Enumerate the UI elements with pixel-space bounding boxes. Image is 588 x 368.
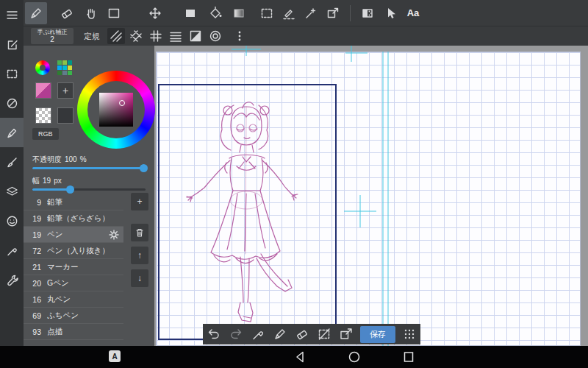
- nav-home-button[interactable]: [347, 350, 362, 364]
- sidebar-select-button[interactable]: [0, 59, 24, 88]
- opacity-slider-thumb[interactable]: [140, 164, 148, 172]
- layers-icon: [6, 185, 18, 198]
- stabilizer-button[interactable]: 手ぶれ補正 2: [31, 28, 74, 44]
- current-color-swatch[interactable]: [35, 82, 51, 99]
- fill-rect-tool-button[interactable]: [179, 2, 201, 24]
- transform-tool-button[interactable]: [144, 2, 166, 24]
- ruler-circle-button[interactable]: [207, 28, 224, 44]
- transparent-color-swatch[interactable]: [35, 107, 51, 124]
- eraser-icon: [295, 327, 309, 342]
- secondary-color-swatch[interactable]: [57, 107, 74, 124]
- opacity-unit: %: [80, 155, 87, 163]
- ruler-parallel-button[interactable]: [167, 28, 184, 44]
- brush-row[interactable]: 72ペン（入り抜き）: [24, 243, 123, 259]
- paintbrush-icon: [6, 156, 18, 169]
- share-out-icon: [339, 327, 354, 342]
- opacity-slider[interactable]: [32, 167, 146, 169]
- slash-circle-icon: [6, 97, 18, 110]
- sidebar-pen-button[interactable]: [0, 118, 24, 147]
- ruler-crosshatch-button[interactable]: [127, 28, 145, 44]
- hand-icon: [84, 6, 98, 21]
- left-sidebar: [0, 0, 24, 346]
- width-slider-thumb[interactable]: [66, 185, 74, 194]
- brush-row[interactable]: 9鉛筆: [24, 194, 123, 210]
- eraser-button[interactable]: [291, 324, 313, 344]
- frame-tool-button[interactable]: [103, 2, 125, 24]
- canvas-area[interactable]: 保存: [154, 46, 588, 346]
- text-tool-button[interactable]: Aa: [402, 2, 424, 24]
- select-export-tool-button[interactable]: [322, 2, 344, 24]
- saturation-value-square[interactable]: [99, 93, 133, 127]
- drawing-frame: [159, 85, 336, 339]
- delete-brush-button[interactable]: [131, 224, 148, 241]
- width-row: 幅 19 px: [32, 176, 62, 186]
- redo-button[interactable]: [225, 324, 247, 344]
- color-wheel-mode-icon[interactable]: [35, 60, 50, 75]
- nav-recents-button[interactable]: [401, 350, 416, 364]
- export-button[interactable]: [335, 324, 357, 344]
- palette-grid-icon[interactable]: [57, 60, 72, 75]
- frame-icon: [107, 6, 121, 21]
- grid-menu-button[interactable]: [398, 324, 420, 344]
- brush-row[interactable]: 21マーカー: [24, 259, 123, 275]
- move-brush-down-button[interactable]: ↓: [131, 269, 148, 287]
- color-picker-cursor: [119, 100, 125, 106]
- plus-icon: +: [137, 197, 142, 207]
- wrench-icon: [6, 274, 18, 286]
- eraser-tool-button[interactable]: [56, 2, 78, 24]
- nav-back-button[interactable]: [293, 350, 308, 364]
- kebab-menu-icon: [234, 30, 245, 42]
- sidebar-menu-button[interactable]: [0, 0, 24, 29]
- brush-width-value: 19: [43, 177, 51, 185]
- smiley-icon: [6, 215, 18, 227]
- gradient-tool-button[interactable]: [228, 2, 250, 24]
- move-brush-up-button[interactable]: ↑: [131, 247, 148, 264]
- brush-row-selected[interactable]: 19 ペン: [24, 227, 123, 243]
- undo-button[interactable]: [203, 324, 225, 344]
- brush-row[interactable]: 20Gペン: [24, 275, 123, 291]
- sidebar-eyedropper-button[interactable]: [0, 236, 24, 265]
- opacity-label: 不透明度: [32, 155, 62, 165]
- pen-button[interactable]: [269, 324, 291, 344]
- ruler-diagonal-button[interactable]: [107, 28, 125, 44]
- ruler-grid-button[interactable]: [147, 28, 165, 44]
- brush-row[interactable]: 69ふちペン: [24, 308, 123, 324]
- trash-icon: [135, 227, 145, 238]
- move-arrows-icon: [148, 6, 162, 21]
- cursor-tool-button[interactable]: [380, 2, 402, 24]
- bucket-tool-button[interactable]: [204, 2, 226, 24]
- save-button[interactable]: 保存: [360, 326, 395, 343]
- sidebar-mask-button[interactable]: [0, 88, 24, 118]
- brush-row[interactable]: 93点描: [24, 324, 123, 340]
- sidebar-settings-button[interactable]: [0, 265, 24, 294]
- sidebar-material-button[interactable]: [0, 206, 24, 236]
- gear-icon[interactable]: [109, 230, 119, 240]
- redo-icon: [229, 327, 243, 342]
- select-wand-tool-button[interactable]: [300, 2, 322, 24]
- ruler-more-button[interactable]: [231, 28, 248, 44]
- bucket-icon: [208, 6, 223, 21]
- width-slider[interactable]: [32, 188, 146, 191]
- stabilizer-label: 手ぶれ補正: [37, 29, 67, 35]
- brush-row[interactable]: 19鉛筆（ざらざら）: [24, 210, 123, 227]
- tone-icon: [360, 6, 375, 21]
- eyedropper-button[interactable]: [247, 324, 269, 344]
- select-pen-tool-button[interactable]: [278, 2, 300, 24]
- add-color-button[interactable]: +: [57, 82, 74, 99]
- brush-row[interactable]: 16丸ペン: [24, 291, 123, 308]
- hand-tool-button[interactable]: [80, 2, 102, 24]
- sidebar-brush-button[interactable]: [0, 147, 24, 177]
- character-sketch: [187, 102, 298, 322]
- pen-tool-button[interactable]: [25, 2, 47, 24]
- select-rect-tool-button[interactable]: [256, 2, 278, 24]
- compose-icon: [6, 38, 18, 51]
- app-shortcut-icon[interactable]: A: [109, 350, 121, 362]
- tone-tool-button[interactable]: [356, 2, 379, 24]
- sidebar-edit-button[interactable]: [0, 29, 24, 59]
- rgb-mode-button[interactable]: RGB: [32, 128, 59, 140]
- sidebar-layers-button[interactable]: [0, 177, 24, 206]
- ruler-halftone-button[interactable]: [187, 28, 204, 44]
- deselect-button[interactable]: [313, 324, 335, 344]
- toolbar-divider: [350, 5, 351, 21]
- add-brush-button[interactable]: +: [131, 193, 148, 210]
